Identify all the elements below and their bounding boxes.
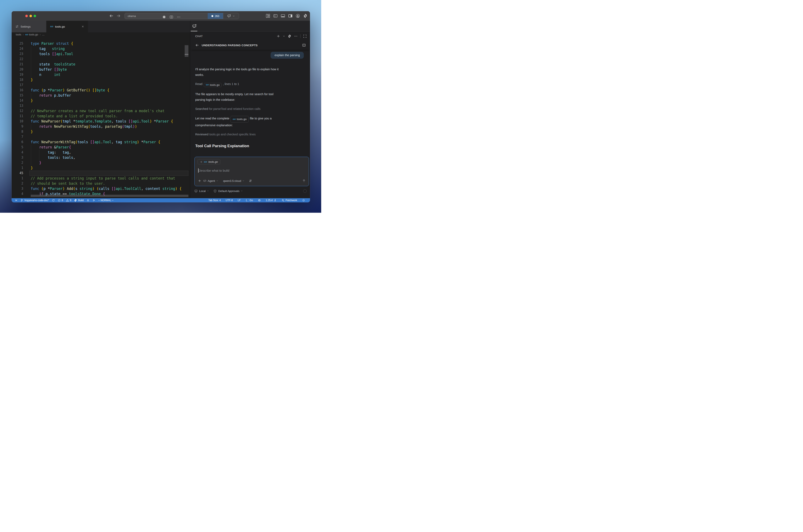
approvals-picker[interactable]: Default Approvals [218,190,243,193]
code-line[interactable]: 2// should be sent back to the user. [12,181,190,186]
statusbar-remote-indicator[interactable] [13,199,19,202]
chevron-down-icon[interactable] [283,35,285,37]
chat-input-field[interactable]: Describe what to build [198,168,229,173]
model-picker[interactable]: qwen3.5:cloud [223,179,244,183]
mode-picker[interactable]: Agent [203,179,218,183]
more-actions-icon[interactable] [294,34,297,38]
code-line[interactable]: 5 return &Parser{ [12,145,190,150]
breadcrumb-symbol[interactable]: … [42,33,45,36]
statusbar-warnings[interactable]: 9 [65,199,73,202]
statusbar-label: Build [78,199,84,202]
code-line[interactable]: 8} [12,129,190,134]
line-number: 19 [12,72,23,77]
tab-settings[interactable]: Settings [12,21,47,32]
file-reference-chip[interactable]: GOtools.go [231,116,249,122]
code-text: tag: tag, [31,150,71,155]
indent-guide [31,57,31,62]
code-line[interactable]: 16func (p *Parser) GetBuffer() []byte { [12,88,190,93]
statusbar-encoding[interactable]: UTF-8 [223,199,235,202]
vertical-scrollbar[interactable] [185,45,188,57]
code-line[interactable]: 21 state toolsState [12,62,190,67]
statusbar-build-task[interactable]: Build [73,199,85,202]
statusbar-notifications[interactable] [299,199,308,202]
chat-panel-tab-strip [190,21,310,32]
statusbar-language-mode[interactable]: { }Go [243,199,255,202]
code-line[interactable]: 4 tag: tag, [12,150,190,155]
attach-context-icon[interactable] [198,179,201,183]
code-line[interactable]: 6func NewParserWithTag(tools []api.Tool,… [12,139,190,145]
chevron-down-icon [216,180,218,182]
notification-badge[interactable]: 263 [208,13,223,19]
code-line[interactable]: 19 n int [12,72,190,77]
breadcrumb-file[interactable]: tools.go [29,33,38,36]
back-arrow-icon[interactable] [109,14,113,18]
statusbar-git-branch[interactable]: hoyyeva/vs-code-doc* [19,199,50,202]
statusbar-gopher[interactable] [255,199,263,202]
code-line[interactable]: 14} [12,98,190,103]
code-line[interactable]: 17 [12,82,190,88]
open-in-editor-icon[interactable] [302,43,306,47]
close-window-button[interactable] [25,15,28,17]
chat-panel-tab[interactable] [191,21,198,32]
code-line[interactable]: 9 return NewParserWithTag(tools, parseTa… [12,124,190,129]
code-line[interactable]: 22 [12,57,190,62]
current-code-line[interactable]: 45 [12,171,190,176]
code-line[interactable]: 7 [12,134,190,139]
statusbar-tab-size[interactable]: Tab Size: 4 [206,199,223,202]
statusbar-run[interactable] [91,199,97,202]
statusbar-patchwork[interactable]: Patchwork [279,199,299,202]
close-tab-icon[interactable] [81,25,84,28]
panel-left-icon[interactable] [273,14,278,18]
send-arrow-icon[interactable] [302,179,306,183]
code-line[interactable]: 13 [12,103,190,109]
statusbar-label: Go [250,199,253,202]
code-line[interactable]: 1} [12,166,190,171]
code-line[interactable]: 3func (p *Parser) Add(s string) (calls [… [12,186,190,191]
pinwheel-icon[interactable] [162,15,166,19]
panel-bottom-icon[interactable] [281,14,285,18]
copilot-chat-button[interactable] [223,13,239,19]
environment-picker[interactable]: Local [199,190,209,193]
statusbar-go-version[interactable]: 1.25.4 [263,199,279,202]
statusbar-eol[interactable]: LF [235,199,243,202]
code-line[interactable]: 11// template and a list of provided too… [12,114,190,119]
code-text: return p.buffer [31,93,71,98]
gear-icon[interactable] [303,14,308,18]
code-line[interactable]: 20 buffer []byte [12,67,190,72]
panel-right-icon[interactable] [288,14,293,18]
code-line[interactable]: 15 return p.buffer [12,93,190,98]
code-line[interactable]: 12// NewParser creates a new tool call p… [12,109,190,114]
statusbar-errors[interactable]: 8 [56,199,65,202]
statusbar-debug[interactable] [85,199,91,202]
statusbar-vim-mode[interactable]: -- NORMAL -- [97,199,115,202]
forward-arrow-icon[interactable] [116,14,121,18]
new-chat-icon[interactable] [277,34,280,38]
code-line[interactable]: 3 tools: tools, [12,155,190,160]
code-line[interactable]: 2 } [12,160,190,166]
chat-input-box[interactable]: GO tools.go Describe what to build Agent [195,157,309,186]
split-editor-icon[interactable] [169,15,173,19]
back-arrow-icon[interactable] [195,43,199,47]
code-line[interactable]: 24 tag string [12,46,190,52]
code-line[interactable]: 1// Add processes a string input to pars… [12,176,190,181]
command-center: ollama 263 [125,13,239,19]
minimize-window-button[interactable] [30,15,32,17]
gear-icon[interactable] [288,34,291,38]
expand-chat-icon[interactable] [303,34,307,38]
horizontal-scrollbar[interactable] [31,195,188,197]
context-file-chip[interactable]: GO tools.go [198,159,220,165]
account-icon[interactable] [296,14,300,18]
file-reference-chip[interactable]: GOtools.go [204,83,222,87]
statusbar-sync-changes[interactable] [50,199,56,202]
code-line[interactable]: 25type Parser struct { [12,41,190,46]
more-actions-icon[interactable] [177,15,181,19]
model-params-icon[interactable] [249,179,252,183]
code-editor[interactable]: 25type Parser struct {24 tag string23 to… [12,37,190,198]
layout-icon[interactable] [266,14,270,18]
tab-tools-go[interactable]: GO tools.go [47,21,88,32]
zoom-window-button[interactable] [34,15,36,17]
code-line[interactable]: 18} [12,77,190,82]
code-line[interactable]: 10func NewParser(tmpl *template.Template… [12,119,190,124]
breadcrumb-folder[interactable]: tools [16,33,21,36]
code-line[interactable]: 23 tools []api.Tool [12,52,190,57]
